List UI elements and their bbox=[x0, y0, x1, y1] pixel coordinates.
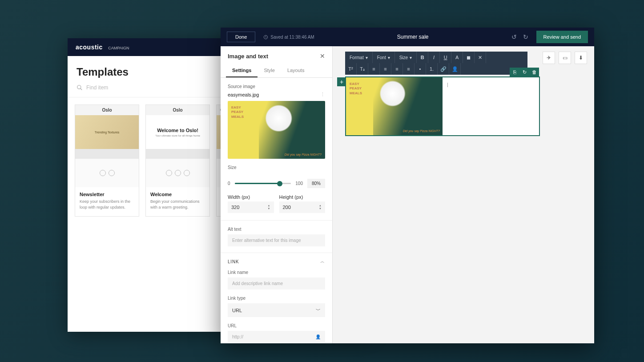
redo-icon[interactable]: ↻ bbox=[523, 33, 528, 40]
alt-text-label: Alt text bbox=[228, 227, 325, 232]
source-filename: easymeals.jpg bbox=[228, 92, 259, 97]
chevron-down-icon: ▾ bbox=[388, 55, 390, 60]
size-slider[interactable]: 0 100 80% bbox=[221, 179, 332, 194]
doc-title: Summer sale bbox=[322, 34, 503, 40]
done-button[interactable]: Done bbox=[227, 32, 255, 42]
card-desc: Begin your communications with a warm gr… bbox=[150, 199, 205, 210]
image-overlay-text: EASY PEASY MEALS bbox=[231, 105, 244, 119]
brand-area: acoustic CAMPAIGN bbox=[76, 43, 129, 51]
align-center-icon[interactable]: ≡ bbox=[380, 63, 391, 75]
chevron-down-icon: ▾ bbox=[366, 55, 368, 60]
trash-icon[interactable]: 🗑 bbox=[529, 68, 539, 76]
width-input[interactable]: 320 ▲▼ bbox=[228, 201, 274, 213]
textcolor-icon[interactable]: A bbox=[451, 52, 463, 63]
svg-line-1 bbox=[80, 88, 82, 90]
search-icon bbox=[76, 84, 83, 91]
card-hero: Trending Textures bbox=[75, 115, 139, 149]
panel-title: Image and text bbox=[228, 53, 268, 60]
undo-icon[interactable]: ↺ bbox=[511, 33, 517, 40]
close-icon[interactable]: ✕ bbox=[320, 52, 325, 60]
link-icon[interactable]: 🔗 bbox=[438, 63, 449, 75]
card-brand: Oslo bbox=[146, 105, 209, 115]
rich-text-toolbar: Format▾ Font▾ Size▾ B I U A ◼ ✕ T² T₂ ≡ … bbox=[345, 52, 527, 75]
stepper-icon[interactable]: ▲▼ bbox=[319, 204, 322, 210]
list-number-icon[interactable]: 1. bbox=[426, 63, 438, 75]
link-type-label: Link type bbox=[228, 296, 325, 301]
source-image-label: Source image bbox=[228, 84, 325, 89]
card-desc: Keep your subscribers in the loop with r… bbox=[80, 199, 134, 210]
justify-icon[interactable]: ≡ bbox=[403, 63, 415, 75]
url-label: URL bbox=[228, 323, 325, 328]
editor-window: Done Saved at 11:38:46 AM Summer sale ↺ … bbox=[221, 28, 594, 343]
link-section-head[interactable]: LINK ︿ bbox=[221, 253, 332, 268]
brand: acoustic bbox=[76, 44, 103, 51]
block-text-area[interactable]: | bbox=[443, 77, 539, 135]
size-label: Size bbox=[228, 165, 325, 170]
size-percent: 80% bbox=[307, 179, 325, 188]
block-image[interactable]: EASY PEASY MEALS Did you say Pizza NIGHT… bbox=[346, 77, 443, 135]
height-label: Height (px) bbox=[279, 194, 326, 200]
chevron-up-icon: ︿ bbox=[320, 258, 325, 265]
canvas[interactable]: ✈ ▭ ⬇ Format▾ Font▾ Size▾ B I U A ◼ ✕ T² bbox=[333, 46, 594, 343]
device-icon[interactable]: ▭ bbox=[559, 52, 571, 64]
alt-text-input[interactable]: Enter alternative text for this image bbox=[228, 234, 325, 246]
link-type-select[interactable]: URL ﹀ bbox=[228, 303, 325, 317]
chevron-down-icon: ▾ bbox=[410, 55, 412, 60]
size-dropdown[interactable]: Size▾ bbox=[395, 52, 417, 63]
copy-icon[interactable]: ⎘ bbox=[510, 68, 519, 76]
underline-icon[interactable]: U bbox=[440, 52, 451, 63]
italic-icon[interactable]: I bbox=[428, 52, 440, 63]
align-left-icon[interactable]: ≡ bbox=[368, 63, 380, 75]
template-card-newsletter[interactable]: Oslo Trending Textures Newsletter Keep y… bbox=[75, 105, 139, 217]
font-dropdown[interactable]: Font▾ bbox=[373, 52, 395, 63]
list-bullet-icon[interactable]: • bbox=[415, 63, 426, 75]
subscript-icon[interactable]: T₂ bbox=[357, 63, 368, 75]
stepper-icon[interactable]: ▲▼ bbox=[268, 204, 270, 210]
template-card-welcome[interactable]: Oslo Welcome to Oslo! Your ultimate stor… bbox=[145, 105, 210, 217]
height-input[interactable]: 200 ▲▼ bbox=[279, 201, 326, 213]
link-name-label: Link name bbox=[228, 270, 325, 275]
slider-thumb[interactable] bbox=[277, 181, 282, 186]
image-caption: Did you say Pizza NIGHT? bbox=[285, 153, 322, 156]
card-title: Newsletter bbox=[80, 192, 134, 197]
bgcolor-icon[interactable]: ◼ bbox=[463, 52, 475, 63]
tab-settings[interactable]: Settings bbox=[226, 64, 258, 77]
topbar-front: Done Saved at 11:38:46 AM Summer sale ↺ … bbox=[221, 28, 594, 46]
drag-handle-icon[interactable]: + bbox=[337, 77, 346, 86]
download-icon[interactable]: ⬇ bbox=[575, 52, 587, 64]
more-icon[interactable]: ⋮ bbox=[320, 92, 325, 97]
clock-icon bbox=[263, 35, 268, 40]
brand-subtitle: CAMPAIGN bbox=[108, 46, 129, 50]
chevron-down-icon: ﹀ bbox=[316, 307, 321, 314]
panel-tabs: Settings Style Layouts bbox=[221, 64, 332, 78]
card-brand: Oslo bbox=[75, 105, 139, 115]
tab-style[interactable]: Style bbox=[258, 64, 281, 77]
settings-panel: Image and text ✕ Settings Style Layouts … bbox=[221, 46, 333, 343]
send-icon[interactable]: ✈ bbox=[543, 52, 555, 64]
tab-layouts[interactable]: Layouts bbox=[281, 64, 311, 77]
review-send-button[interactable]: Review and send bbox=[536, 31, 588, 43]
card-hero: Welcome to Oslo! Your ultimate store for… bbox=[146, 115, 209, 149]
svg-point-0 bbox=[77, 85, 81, 89]
bold-icon[interactable]: B bbox=[417, 52, 428, 63]
superscript-icon[interactable]: T² bbox=[345, 63, 357, 75]
image-text-block[interactable]: + ⎘ ↻ 🗑 EASY PEASY MEALS Did you say Piz… bbox=[345, 76, 540, 136]
block-tools: ⎘ ↻ 🗑 bbox=[510, 68, 539, 76]
person-icon[interactable]: 👤 bbox=[449, 63, 461, 75]
refresh-icon[interactable]: ↻ bbox=[519, 68, 529, 76]
clear-icon[interactable]: ✕ bbox=[475, 52, 486, 63]
history-controls: ↺ ↻ bbox=[511, 33, 528, 40]
width-label: Width (px) bbox=[228, 194, 274, 200]
format-dropdown[interactable]: Format▾ bbox=[345, 52, 373, 63]
align-right-icon[interactable]: ≡ bbox=[391, 63, 403, 75]
canvas-toolbar: ✈ ▭ ⬇ bbox=[543, 52, 587, 64]
person-icon[interactable]: 👤 bbox=[315, 334, 321, 339]
card-title: Welcome bbox=[150, 192, 205, 197]
url-input[interactable]: http:// 👤 bbox=[228, 331, 325, 343]
source-image-preview[interactable]: EASY PEASY MEALS Did you say Pizza NIGHT… bbox=[228, 101, 325, 159]
saved-status: Saved at 11:38:46 AM bbox=[263, 35, 314, 40]
link-name-input[interactable]: Add descriptive link name bbox=[228, 278, 325, 290]
